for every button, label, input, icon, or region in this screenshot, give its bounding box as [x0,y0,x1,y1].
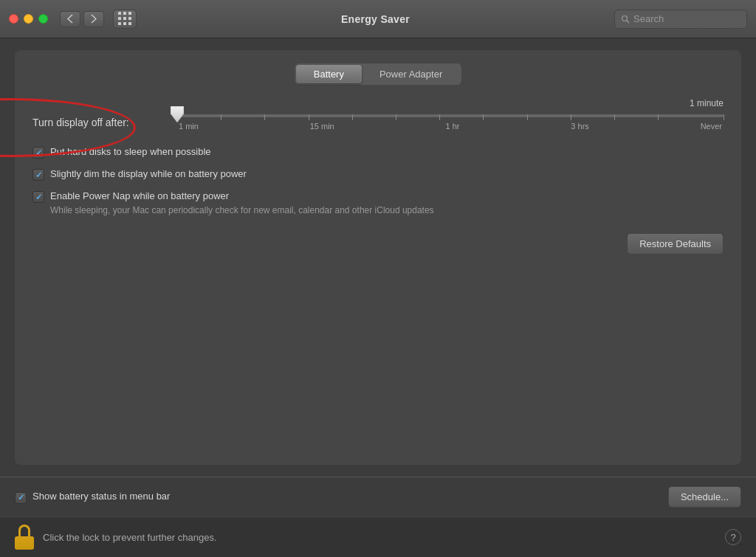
grid-button[interactable] [113,10,137,29]
slider-current-value: 1 minute [690,98,724,108]
search-box[interactable]: Search [614,10,747,29]
tabs-container: Battery Power Adapter [32,63,724,85]
lock-bar: Click the lock to prevent further change… [0,516,756,557]
settings-panel: Battery Power Adapter 1 minute Turn disp… [15,50,741,465]
slider-wrapper[interactable]: 1 min 15 min 1 hr 3 hrs Never [177,114,724,131]
checkbox-harddisk-label: Put hard disks to sleep when possible [50,145,211,159]
svg-point-0 [622,15,628,21]
checkbox-show-battery[interactable] [15,492,27,504]
lock-shackle [18,525,30,536]
checkbox-dim-label-container: Slightly dim the display while on batter… [50,167,247,181]
minimize-button[interactable] [24,14,33,24]
search-icon [621,15,630,24]
checkbox-row-dim: Slightly dim the display while on batter… [32,167,724,181]
bottom-left: Show battery status in menu bar [15,490,170,503]
checkbox-powernap-sublabel: While sleeping, your Mac can periodicall… [50,205,434,215]
search-placeholder: Search [633,13,664,24]
slider-header: 1 minute [32,98,724,108]
checkbox-powernap-label-container: Enable Power Nap while on battery power … [50,190,434,215]
slider-ticks: 1 min 15 min 1 hr 3 hrs Never [177,122,724,131]
tick-never: Never [701,122,722,131]
schedule-button[interactable]: Schedule... [668,486,741,508]
checkbox-row-harddisk: Put hard disks to sleep when possible [32,145,724,159]
main-content: Battery Power Adapter 1 minute Turn disp… [0,38,756,557]
window-title: Energy Saver [142,13,608,25]
slider-label: Turn display off after: [32,117,165,128]
lock-text: Click the lock to prevent further change… [43,532,217,543]
back-button[interactable] [60,11,80,27]
checkbox-section: Put hard disks to sleep when possible Sl… [32,145,724,215]
svg-line-1 [627,20,630,23]
checkbox-row-powernap: Enable Power Nap while on battery power … [32,190,724,215]
checkbox-dim-label: Slightly dim the display while on batter… [50,167,247,181]
checkbox-powernap-label: Enable Power Nap while on battery power [50,190,434,203]
slider-row: Turn display off after: [32,114,724,131]
slider-track[interactable] [177,114,724,117]
lock-icon[interactable] [15,525,35,550]
checkbox-dim[interactable] [32,169,44,181]
tab-battery[interactable]: Battery [296,65,362,83]
tab-power-adapter[interactable]: Power Adapter [362,65,460,83]
bottom-bar: Show battery status in menu bar Schedule… [0,477,756,516]
grid-icon [118,12,132,26]
slider-thumb[interactable] [171,106,184,127]
forward-button[interactable] [83,11,104,27]
close-button[interactable] [9,14,18,24]
restore-defaults-button[interactable]: Restore Defaults [627,233,724,255]
restore-row: Restore Defaults [32,233,724,255]
checkbox-harddisk[interactable] [32,147,44,159]
maximize-button[interactable] [38,14,48,24]
traffic-lights [9,14,48,24]
show-battery-label: Show battery status in menu bar [32,490,170,503]
tick-15min: 15 min [310,122,334,131]
lock-body [15,536,34,550]
checkbox-powernap[interactable] [32,191,44,203]
tick-1hr: 1 hr [446,122,460,131]
help-button[interactable]: ? [725,529,741,545]
checkbox-harddisk-label-container: Put hard disks to sleep when possible [50,145,211,159]
lock-left: Click the lock to prevent further change… [15,525,217,550]
titlebar: Energy Saver Search [0,0,756,38]
nav-buttons [60,11,104,27]
tab-group: Battery Power Adapter [295,63,461,85]
slider-section: 1 minute Turn display off after: [32,98,724,131]
tick-3hrs: 3 hrs [571,122,588,131]
